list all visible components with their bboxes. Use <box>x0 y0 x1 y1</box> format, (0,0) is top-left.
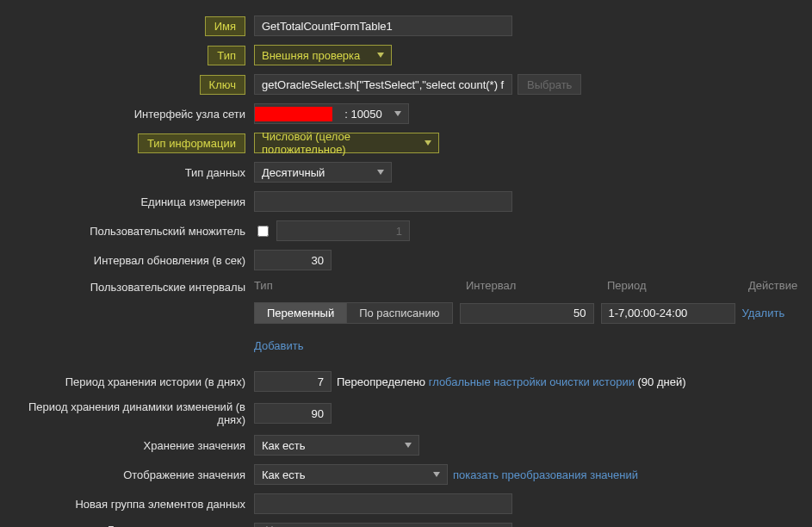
interval-add-link[interactable]: Добавить <box>254 339 303 352</box>
show-value-select[interactable]: Как есть <box>254 464 448 485</box>
type-select-value: Внешняя проверка <box>262 49 360 62</box>
intervals-header-action: Действие <box>748 279 800 292</box>
interval-type-toggle[interactable]: Переменный По расписанию <box>254 302 453 324</box>
multiplier-checkbox[interactable] <box>257 226 269 237</box>
unit-input[interactable] <box>254 191 512 212</box>
trends-input[interactable] <box>254 403 332 424</box>
intervals-header-period: Период <box>607 279 748 292</box>
info-type-select[interactable]: Числовой (целое положительное) <box>254 133 439 153</box>
intervals-header-type: Тип <box>254 279 466 292</box>
interval-delete-link[interactable]: Удалить <box>742 307 785 319</box>
apps-select[interactable]: -Нет- <box>254 523 512 527</box>
toggle-scheduled[interactable]: По расписанию <box>347 303 451 323</box>
history-input[interactable] <box>254 371 332 392</box>
intervals-header-interval: Интервал <box>466 279 607 292</box>
new-app-label: Новая группа элементов данных <box>0 498 254 511</box>
interval-period-input[interactable] <box>601 303 735 324</box>
unit-label: Единица измерения <box>0 195 254 208</box>
show-value-text: Как есть <box>262 468 306 481</box>
chevron-down-icon <box>377 53 384 58</box>
custom-intervals-label: Пользовательские интервалы <box>0 279 254 294</box>
history-override-text: Переопределено глобальные настройки очис… <box>337 375 686 388</box>
type-label: Тип <box>208 46 245 65</box>
interface-port: : 10050 <box>344 108 381 121</box>
chevron-down-icon <box>377 170 384 175</box>
show-value-label: Отображение значения <box>0 468 254 481</box>
data-type-value: Десятичный <box>262 166 325 179</box>
data-type-label: Тип данных <box>0 166 254 179</box>
history-label: Период хранения истории (в днях) <box>0 375 254 388</box>
name-input[interactable] <box>254 16 512 36</box>
apps-value: -Нет- <box>262 524 288 527</box>
trends-label: Период хранения динамики изменений (в дн… <box>0 400 254 426</box>
chevron-down-icon <box>433 472 440 477</box>
update-interval-input[interactable] <box>254 250 332 270</box>
name-label: Имя <box>205 16 245 36</box>
apps-label: Группы элементов данных <box>0 524 254 528</box>
new-app-input[interactable] <box>254 493 512 514</box>
multiplier-label: Пользовательский множитель <box>0 225 254 238</box>
store-value-select[interactable]: Как есть <box>254 435 419 456</box>
multiplier-input: 1 <box>276 220 410 241</box>
interval-value-input[interactable] <box>460 303 594 324</box>
history-settings-link[interactable]: глобальные настройки очистки истории <box>429 375 635 388</box>
info-type-label: Тип информации <box>138 133 245 153</box>
key-input[interactable] <box>254 74 512 95</box>
chevron-down-icon <box>405 443 412 448</box>
type-select[interactable]: Внешняя проверка <box>254 45 392 65</box>
select-button[interactable]: Выбрать <box>518 74 581 95</box>
chevron-down-icon <box>425 140 431 146</box>
interface-label: Интерфейс узла сети <box>0 108 254 121</box>
show-value-link[interactable]: показать преобразования значений <box>453 468 638 481</box>
update-interval-label: Интервал обновления (в сек) <box>0 254 254 267</box>
chevron-down-icon <box>394 111 401 116</box>
redacted-host <box>255 107 332 121</box>
store-value-label: Хранение значения <box>0 439 254 452</box>
key-label: Ключ <box>200 75 245 95</box>
info-type-value: Числовой (целое положительное) <box>262 130 416 156</box>
store-value-text: Как есть <box>262 439 306 452</box>
toggle-flexible[interactable]: Переменный <box>255 303 347 323</box>
interface-select[interactable]: : 10050 <box>254 103 409 124</box>
data-type-select[interactable]: Десятичный <box>254 162 392 183</box>
